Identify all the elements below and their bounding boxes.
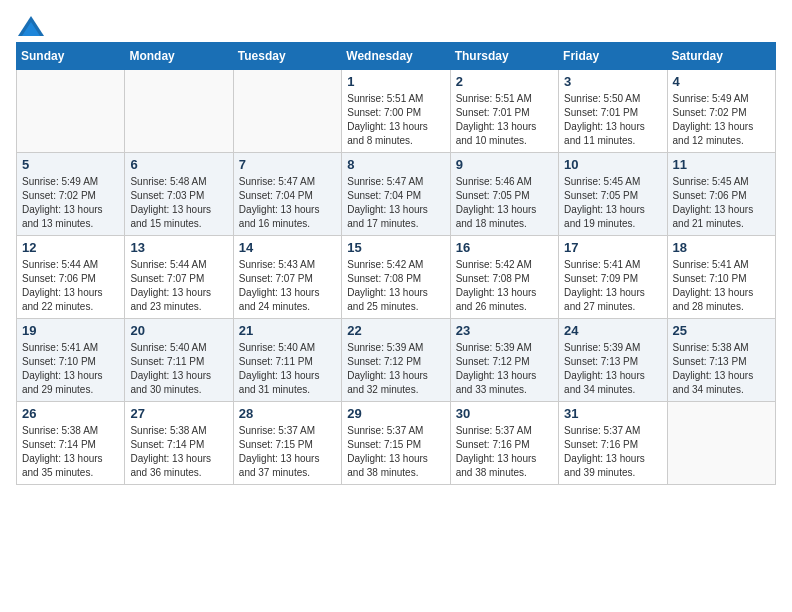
day-info: Sunrise: 5:51 AMSunset: 7:00 PMDaylight:… <box>347 92 444 148</box>
day-info: Sunrise: 5:46 AMSunset: 7:05 PMDaylight:… <box>456 175 553 231</box>
day-number: 4 <box>673 74 770 89</box>
calendar-week-row: 19Sunrise: 5:41 AMSunset: 7:10 PMDayligh… <box>17 319 776 402</box>
day-info: Sunrise: 5:44 AMSunset: 7:07 PMDaylight:… <box>130 258 227 314</box>
day-number: 20 <box>130 323 227 338</box>
day-number: 6 <box>130 157 227 172</box>
day-info: Sunrise: 5:45 AMSunset: 7:06 PMDaylight:… <box>673 175 770 231</box>
day-number: 18 <box>673 240 770 255</box>
day-info: Sunrise: 5:47 AMSunset: 7:04 PMDaylight:… <box>239 175 336 231</box>
calendar-cell: 7Sunrise: 5:47 AMSunset: 7:04 PMDaylight… <box>233 153 341 236</box>
calendar-week-row: 26Sunrise: 5:38 AMSunset: 7:14 PMDayligh… <box>17 402 776 485</box>
calendar-cell: 26Sunrise: 5:38 AMSunset: 7:14 PMDayligh… <box>17 402 125 485</box>
day-info: Sunrise: 5:48 AMSunset: 7:03 PMDaylight:… <box>130 175 227 231</box>
calendar-cell: 1Sunrise: 5:51 AMSunset: 7:00 PMDaylight… <box>342 70 450 153</box>
weekday-header: Thursday <box>450 43 558 70</box>
calendar-cell: 6Sunrise: 5:48 AMSunset: 7:03 PMDaylight… <box>125 153 233 236</box>
day-number: 30 <box>456 406 553 421</box>
calendar-cell: 21Sunrise: 5:40 AMSunset: 7:11 PMDayligh… <box>233 319 341 402</box>
day-info: Sunrise: 5:38 AMSunset: 7:14 PMDaylight:… <box>130 424 227 480</box>
calendar-cell: 27Sunrise: 5:38 AMSunset: 7:14 PMDayligh… <box>125 402 233 485</box>
day-number: 22 <box>347 323 444 338</box>
day-number: 26 <box>22 406 119 421</box>
calendar-cell: 3Sunrise: 5:50 AMSunset: 7:01 PMDaylight… <box>559 70 667 153</box>
calendar-cell: 23Sunrise: 5:39 AMSunset: 7:12 PMDayligh… <box>450 319 558 402</box>
day-info: Sunrise: 5:41 AMSunset: 7:10 PMDaylight:… <box>22 341 119 397</box>
weekday-header: Monday <box>125 43 233 70</box>
day-number: 13 <box>130 240 227 255</box>
calendar-cell: 4Sunrise: 5:49 AMSunset: 7:02 PMDaylight… <box>667 70 775 153</box>
calendar-cell: 18Sunrise: 5:41 AMSunset: 7:10 PMDayligh… <box>667 236 775 319</box>
header <box>16 16 776 30</box>
day-number: 3 <box>564 74 661 89</box>
day-number: 25 <box>673 323 770 338</box>
calendar-cell: 16Sunrise: 5:42 AMSunset: 7:08 PMDayligh… <box>450 236 558 319</box>
day-number: 17 <box>564 240 661 255</box>
calendar-cell <box>233 70 341 153</box>
calendar-cell: 22Sunrise: 5:39 AMSunset: 7:12 PMDayligh… <box>342 319 450 402</box>
day-info: Sunrise: 5:51 AMSunset: 7:01 PMDaylight:… <box>456 92 553 148</box>
day-info: Sunrise: 5:39 AMSunset: 7:12 PMDaylight:… <box>456 341 553 397</box>
calendar-cell: 25Sunrise: 5:38 AMSunset: 7:13 PMDayligh… <box>667 319 775 402</box>
calendar-header-row: SundayMondayTuesdayWednesdayThursdayFrid… <box>17 43 776 70</box>
day-number: 11 <box>673 157 770 172</box>
calendar-week-row: 5Sunrise: 5:49 AMSunset: 7:02 PMDaylight… <box>17 153 776 236</box>
day-info: Sunrise: 5:37 AMSunset: 7:16 PMDaylight:… <box>564 424 661 480</box>
day-number: 29 <box>347 406 444 421</box>
day-info: Sunrise: 5:37 AMSunset: 7:16 PMDaylight:… <box>456 424 553 480</box>
calendar-week-row: 1Sunrise: 5:51 AMSunset: 7:00 PMDaylight… <box>17 70 776 153</box>
calendar-cell <box>125 70 233 153</box>
day-number: 9 <box>456 157 553 172</box>
calendar-cell: 19Sunrise: 5:41 AMSunset: 7:10 PMDayligh… <box>17 319 125 402</box>
day-info: Sunrise: 5:49 AMSunset: 7:02 PMDaylight:… <box>673 92 770 148</box>
calendar-cell: 11Sunrise: 5:45 AMSunset: 7:06 PMDayligh… <box>667 153 775 236</box>
day-info: Sunrise: 5:49 AMSunset: 7:02 PMDaylight:… <box>22 175 119 231</box>
calendar-cell: 20Sunrise: 5:40 AMSunset: 7:11 PMDayligh… <box>125 319 233 402</box>
calendar-cell <box>17 70 125 153</box>
day-number: 12 <box>22 240 119 255</box>
calendar-cell: 5Sunrise: 5:49 AMSunset: 7:02 PMDaylight… <box>17 153 125 236</box>
day-number: 14 <box>239 240 336 255</box>
calendar-week-row: 12Sunrise: 5:44 AMSunset: 7:06 PMDayligh… <box>17 236 776 319</box>
day-number: 7 <box>239 157 336 172</box>
day-number: 5 <box>22 157 119 172</box>
day-info: Sunrise: 5:45 AMSunset: 7:05 PMDaylight:… <box>564 175 661 231</box>
calendar-cell: 31Sunrise: 5:37 AMSunset: 7:16 PMDayligh… <box>559 402 667 485</box>
calendar-cell: 9Sunrise: 5:46 AMSunset: 7:05 PMDaylight… <box>450 153 558 236</box>
calendar-cell: 2Sunrise: 5:51 AMSunset: 7:01 PMDaylight… <box>450 70 558 153</box>
day-info: Sunrise: 5:41 AMSunset: 7:10 PMDaylight:… <box>673 258 770 314</box>
calendar-table: SundayMondayTuesdayWednesdayThursdayFrid… <box>16 42 776 485</box>
day-info: Sunrise: 5:37 AMSunset: 7:15 PMDaylight:… <box>347 424 444 480</box>
day-number: 15 <box>347 240 444 255</box>
day-number: 23 <box>456 323 553 338</box>
day-number: 10 <box>564 157 661 172</box>
logo-icon <box>18 16 44 36</box>
weekday-header: Wednesday <box>342 43 450 70</box>
calendar-cell: 10Sunrise: 5:45 AMSunset: 7:05 PMDayligh… <box>559 153 667 236</box>
day-number: 1 <box>347 74 444 89</box>
day-number: 2 <box>456 74 553 89</box>
day-info: Sunrise: 5:42 AMSunset: 7:08 PMDaylight:… <box>456 258 553 314</box>
day-info: Sunrise: 5:50 AMSunset: 7:01 PMDaylight:… <box>564 92 661 148</box>
day-info: Sunrise: 5:38 AMSunset: 7:13 PMDaylight:… <box>673 341 770 397</box>
weekday-header: Tuesday <box>233 43 341 70</box>
day-number: 19 <box>22 323 119 338</box>
day-number: 16 <box>456 240 553 255</box>
calendar-cell: 28Sunrise: 5:37 AMSunset: 7:15 PMDayligh… <box>233 402 341 485</box>
weekday-header: Saturday <box>667 43 775 70</box>
day-number: 28 <box>239 406 336 421</box>
weekday-header: Sunday <box>17 43 125 70</box>
calendar-cell: 12Sunrise: 5:44 AMSunset: 7:06 PMDayligh… <box>17 236 125 319</box>
calendar-cell: 29Sunrise: 5:37 AMSunset: 7:15 PMDayligh… <box>342 402 450 485</box>
calendar-cell: 13Sunrise: 5:44 AMSunset: 7:07 PMDayligh… <box>125 236 233 319</box>
calendar-cell: 30Sunrise: 5:37 AMSunset: 7:16 PMDayligh… <box>450 402 558 485</box>
day-info: Sunrise: 5:44 AMSunset: 7:06 PMDaylight:… <box>22 258 119 314</box>
calendar-cell: 15Sunrise: 5:42 AMSunset: 7:08 PMDayligh… <box>342 236 450 319</box>
day-info: Sunrise: 5:37 AMSunset: 7:15 PMDaylight:… <box>239 424 336 480</box>
day-number: 27 <box>130 406 227 421</box>
day-info: Sunrise: 5:41 AMSunset: 7:09 PMDaylight:… <box>564 258 661 314</box>
day-number: 31 <box>564 406 661 421</box>
day-info: Sunrise: 5:43 AMSunset: 7:07 PMDaylight:… <box>239 258 336 314</box>
day-info: Sunrise: 5:40 AMSunset: 7:11 PMDaylight:… <box>130 341 227 397</box>
calendar-cell: 8Sunrise: 5:47 AMSunset: 7:04 PMDaylight… <box>342 153 450 236</box>
calendar-cell: 14Sunrise: 5:43 AMSunset: 7:07 PMDayligh… <box>233 236 341 319</box>
